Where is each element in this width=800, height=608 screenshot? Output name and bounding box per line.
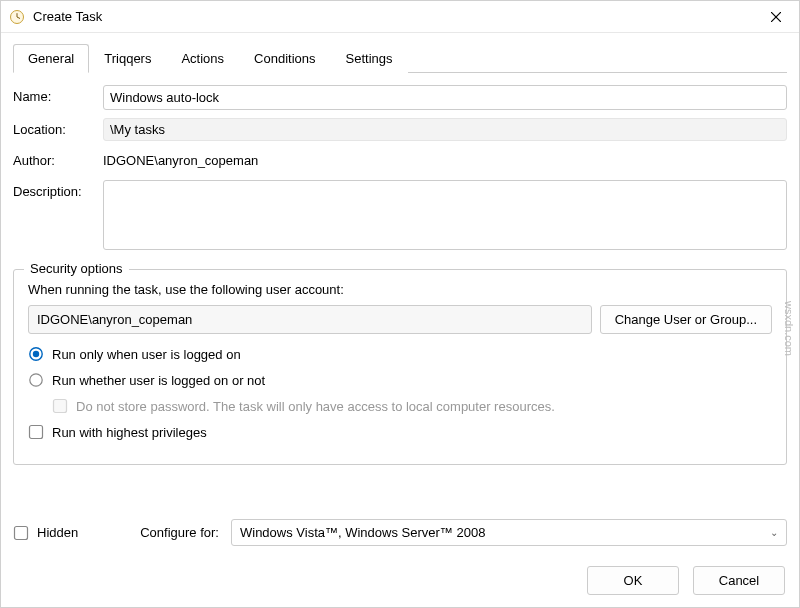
name-label: Name: [13, 85, 103, 104]
checkbox-unchecked-icon [13, 525, 29, 541]
svg-rect-9 [30, 426, 43, 439]
ok-button[interactable]: OK [587, 566, 679, 595]
svg-point-6 [33, 351, 39, 357]
checkbox-unchecked-icon [28, 424, 44, 440]
create-task-dialog: Create Task General Triqqers Actions Con… [0, 0, 800, 608]
svg-rect-8 [54, 400, 67, 413]
checkbox-unchecked-icon [52, 398, 68, 414]
checkbox-highest-privileges[interactable]: Run with highest privileges [28, 424, 772, 440]
name-input[interactable] [103, 85, 787, 110]
security-account-value: IDGONE\anyron_copeman [28, 305, 592, 334]
security-account-label: When running the task, use the following… [28, 282, 772, 297]
close-button[interactable] [753, 1, 799, 33]
radio-run-logged-on-or-not-label: Run whether user is logged on or not [52, 373, 265, 388]
radio-selected-icon [28, 346, 44, 362]
dialog-footer: OK Cancel [1, 554, 799, 607]
tab-triggers[interactable]: Triqqers [89, 44, 166, 73]
window-title: Create Task [33, 9, 753, 24]
tab-strip: General Triqqers Actions Conditions Sett… [13, 43, 787, 73]
tab-actions[interactable]: Actions [166, 44, 239, 73]
security-legend: Security options [24, 261, 129, 276]
author-value: IDGONE\anyron_copeman [103, 149, 787, 172]
titlebar: Create Task [1, 1, 799, 33]
tab-general[interactable]: General [13, 44, 89, 73]
configure-for-value: Windows Vista™, Windows Server™ 2008 [240, 525, 485, 540]
tab-conditions[interactable]: Conditions [239, 44, 330, 73]
checkbox-hidden[interactable]: Hidden [13, 525, 78, 541]
security-options-group: Security options When running the task, … [13, 269, 787, 465]
tab-settings[interactable]: Settings [331, 44, 408, 73]
checkbox-hidden-label: Hidden [37, 525, 78, 540]
content-area: General Triqqers Actions Conditions Sett… [1, 33, 799, 554]
change-user-button[interactable]: Change User or Group... [600, 305, 772, 334]
configure-for-select[interactable]: Windows Vista™, Windows Server™ 2008 ⌄ [231, 519, 787, 546]
checkbox-highest-privileges-label: Run with highest privileges [52, 425, 207, 440]
checkbox-no-store-password: Do not store password. The task will onl… [52, 398, 772, 414]
description-input[interactable] [103, 180, 787, 250]
location-label: Location: [13, 118, 103, 137]
radio-run-logged-on[interactable]: Run only when user is logged on [28, 346, 772, 362]
svg-point-7 [30, 374, 42, 386]
radio-run-logged-on-label: Run only when user is logged on [52, 347, 241, 362]
clock-icon [9, 9, 25, 25]
radio-unselected-icon [28, 372, 44, 388]
description-label: Description: [13, 180, 103, 199]
close-icon [771, 12, 781, 22]
checkbox-no-store-password-label: Do not store password. The task will onl… [76, 399, 555, 414]
svg-rect-10 [15, 526, 28, 539]
cancel-button[interactable]: Cancel [693, 566, 785, 595]
configure-for-label: Configure for: [140, 525, 219, 540]
author-label: Author: [13, 149, 103, 168]
location-value: \My tasks [103, 118, 787, 141]
radio-run-logged-on-or-not[interactable]: Run whether user is logged on or not [28, 372, 772, 388]
chevron-down-icon: ⌄ [770, 527, 778, 538]
